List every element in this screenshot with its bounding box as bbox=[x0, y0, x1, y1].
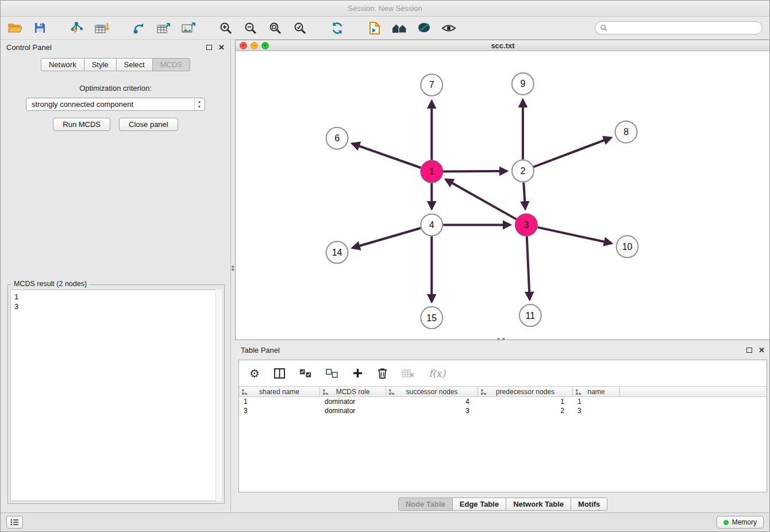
cell-predecessor-nodes: 1 bbox=[478, 398, 573, 406]
graph-edge-1-6[interactable] bbox=[352, 144, 421, 168]
graph-node-11[interactable]: 11 bbox=[519, 304, 541, 326]
tab-network-table[interactable]: Network Table bbox=[506, 498, 571, 511]
graph-edge-3-1[interactable] bbox=[446, 179, 517, 219]
delete-row-button[interactable] bbox=[378, 368, 387, 379]
save-session-button[interactable] bbox=[30, 20, 49, 37]
import-network-button[interactable] bbox=[67, 20, 87, 37]
network-window-titlebar[interactable]: × − + scc.txt bbox=[236, 40, 770, 51]
tab-network[interactable]: Network bbox=[41, 58, 84, 71]
home-view-button[interactable] bbox=[390, 20, 409, 37]
new-network-button[interactable] bbox=[129, 20, 149, 37]
table-row[interactable]: 1 dominator 4 1 1 bbox=[239, 397, 767, 406]
tab-select[interactable]: Select bbox=[117, 58, 153, 71]
cell-mcds-role: dominator bbox=[320, 398, 386, 406]
show-columns-button[interactable] bbox=[274, 368, 285, 379]
graph-node-8[interactable]: 8 bbox=[615, 121, 637, 143]
graph-edge-3-11[interactable] bbox=[527, 236, 530, 299]
graph-edge-2-8[interactable] bbox=[534, 138, 611, 167]
zoom-selected-button[interactable] bbox=[290, 20, 310, 37]
tab-mcds[interactable]: MCDS bbox=[153, 58, 190, 71]
zoom-in-button[interactable] bbox=[216, 20, 236, 37]
apply-layout-button[interactable] bbox=[328, 20, 347, 37]
table-panel: ⚙ f(x) shared name MCDS role successor n… bbox=[238, 360, 767, 492]
graph-node-1[interactable]: 1 bbox=[421, 161, 442, 183]
import-table-button[interactable] bbox=[92, 20, 111, 37]
graph-node-3[interactable]: 3 bbox=[515, 214, 537, 236]
mcds-result-list[interactable]: 1 3 bbox=[10, 290, 222, 501]
show-graphics-button[interactable] bbox=[439, 20, 459, 37]
tab-node-table[interactable]: Node Table bbox=[398, 498, 453, 511]
table-toolbar: ⚙ f(x) bbox=[239, 360, 767, 386]
result-scrollbar[interactable] bbox=[215, 290, 222, 501]
graph-node-6[interactable]: 6 bbox=[326, 128, 348, 149]
table-header-row: shared name MCDS role successor nodes pr… bbox=[239, 386, 767, 397]
unchecked-boxes-icon bbox=[326, 369, 338, 378]
checked-boxes-icon bbox=[299, 369, 311, 378]
mcds-result-box: MCDS result (2 nodes) 1 3 bbox=[7, 284, 225, 504]
criterion-dropdown-value: strongly connected component bbox=[32, 100, 133, 109]
graph-edge-2-3[interactable] bbox=[523, 183, 525, 209]
export-image-button[interactable] bbox=[179, 20, 198, 37]
graph-node-10[interactable]: 10 bbox=[617, 236, 638, 257]
graph-edge-4-14[interactable] bbox=[352, 228, 421, 248]
zoom-selected-icon bbox=[293, 21, 307, 35]
close-panel-button[interactable]: Close panel bbox=[119, 118, 178, 131]
table-settings-button[interactable]: ⚙ bbox=[249, 367, 260, 380]
tab-motifs[interactable]: Motifs bbox=[571, 498, 607, 511]
graph-edge-1-2[interactable] bbox=[443, 171, 507, 172]
column-header-mcds-role[interactable]: MCDS role bbox=[320, 387, 386, 396]
network-canvas[interactable]: 7968124314101511 bbox=[236, 51, 770, 340]
cell-successor-nodes: 3 bbox=[386, 407, 478, 415]
graph-node-4[interactable]: 4 bbox=[421, 214, 442, 236]
graph-node-15[interactable]: 15 bbox=[421, 307, 442, 329]
cell-name: 1 bbox=[573, 398, 620, 406]
graph-node-14[interactable]: 14 bbox=[326, 241, 348, 263]
graph-node-9[interactable]: 9 bbox=[512, 73, 534, 95]
column-header-shared-name[interactable]: shared name bbox=[239, 387, 320, 396]
select-all-columns-button[interactable] bbox=[299, 369, 311, 378]
panel-divider-handle-vertical[interactable]: ●● bbox=[230, 265, 235, 277]
close-panel-icon[interactable]: ✕ bbox=[218, 44, 225, 51]
zoom-out-button[interactable] bbox=[241, 20, 260, 37]
float-panel-icon[interactable] bbox=[206, 45, 212, 50]
open-session-button[interactable] bbox=[5, 20, 25, 37]
column-header-name[interactable]: name bbox=[573, 387, 620, 396]
mcds-result-title: MCDS result (2 nodes) bbox=[11, 280, 89, 288]
column-label: name bbox=[587, 388, 605, 396]
mcds-result-line: 1 bbox=[14, 292, 218, 302]
function-builder-button[interactable]: f(x) bbox=[429, 368, 445, 379]
control-panel: Control Panel ✕ Network Style Select MCD… bbox=[1, 40, 231, 513]
column-header-successor-nodes[interactable]: successor nodes bbox=[386, 387, 478, 396]
memory-button[interactable]: Memory bbox=[717, 516, 764, 529]
criterion-dropdown[interactable]: strongly connected component ▲▼ bbox=[26, 98, 205, 111]
table-row[interactable]: 3 dominator 3 2 3 bbox=[239, 406, 767, 415]
cell-shared-name: 1 bbox=[239, 398, 320, 406]
open-folder-icon bbox=[7, 22, 22, 34]
column-header-predecessor-nodes[interactable]: predecessor nodes bbox=[478, 387, 573, 396]
memory-status-icon bbox=[723, 520, 729, 525]
deselect-all-columns-button[interactable] bbox=[326, 369, 338, 378]
float-table-panel-icon[interactable] bbox=[746, 348, 752, 353]
search-field[interactable] bbox=[595, 21, 763, 34]
window-minimize-icon[interactable]: − bbox=[251, 42, 258, 49]
close-table-panel-icon[interactable]: ✕ bbox=[759, 346, 765, 354]
window-zoom-icon[interactable]: + bbox=[261, 42, 269, 49]
apply-style-button[interactable] bbox=[414, 20, 434, 37]
add-row-button[interactable] bbox=[352, 368, 363, 379]
cell-shared-name: 3 bbox=[239, 407, 320, 415]
graph-node-2[interactable]: 2 bbox=[512, 160, 534, 182]
tab-edge-table[interactable]: Edge Table bbox=[453, 498, 506, 511]
graph-edge-3-10[interactable] bbox=[537, 228, 611, 244]
copy-style-button[interactable] bbox=[365, 20, 384, 37]
panel-divider-handle-horizontal[interactable]: ● ● bbox=[495, 337, 507, 342]
zoom-fit-button[interactable] bbox=[265, 20, 285, 37]
clone-network-button[interactable] bbox=[154, 20, 174, 37]
run-mcds-button[interactable]: Run MCDS bbox=[53, 118, 110, 131]
status-bar: Memory bbox=[1, 512, 769, 531]
window-close-icon[interactable]: × bbox=[240, 42, 247, 49]
delete-table-button[interactable] bbox=[402, 369, 414, 378]
task-history-button[interactable] bbox=[6, 516, 23, 529]
search-input[interactable] bbox=[610, 22, 762, 34]
graph-node-7[interactable]: 7 bbox=[421, 74, 442, 96]
tab-style[interactable]: Style bbox=[84, 58, 117, 71]
